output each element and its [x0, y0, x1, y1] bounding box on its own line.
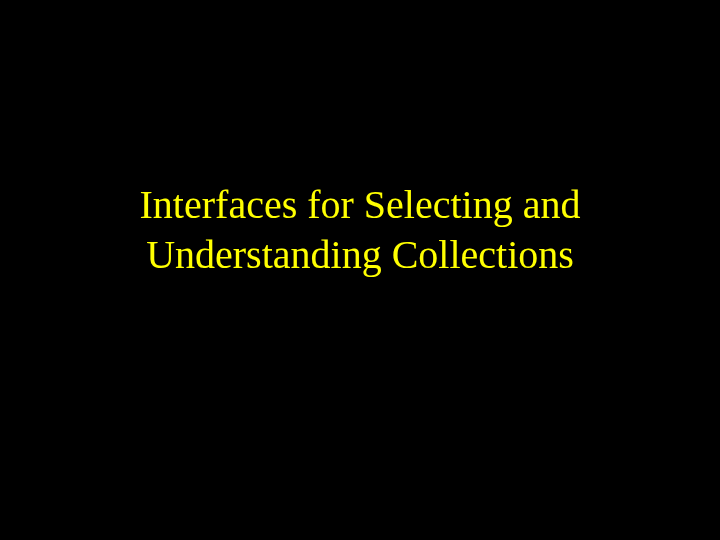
title-line-1: Interfaces for Selecting and [140, 182, 581, 227]
slide-title: Interfaces for Selecting and Understandi… [40, 180, 680, 280]
title-line-2: Understanding Collections [146, 232, 574, 277]
slide-container: Interfaces for Selecting and Understandi… [0, 180, 720, 280]
